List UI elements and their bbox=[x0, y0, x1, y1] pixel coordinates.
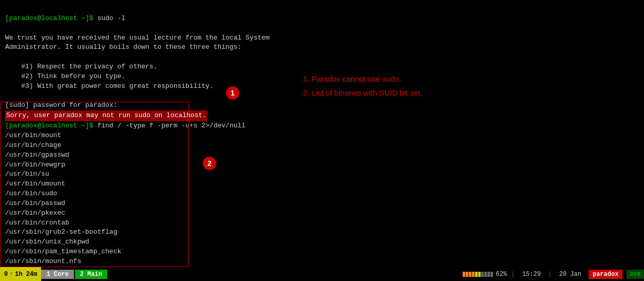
sudo-error-line: Sorry, user paradox may not run sudo on … bbox=[5, 110, 207, 121]
window-num: 0 bbox=[4, 271, 8, 278]
sudo-password-prompt: [sudo] password for paradox: bbox=[5, 101, 117, 109]
status-right-section: 62% | 15:29 | 20 Jan paradox ove bbox=[463, 270, 645, 279]
command-line-2: find / -type f -perm -u+s 2>/dev/null bbox=[93, 122, 245, 129]
battery-indicator: 62% bbox=[463, 271, 507, 278]
bar-6 bbox=[478, 272, 481, 277]
suid-4: /usr/bin/newgrp bbox=[5, 161, 65, 168]
suid-5: /usr/bin/su bbox=[5, 170, 49, 178]
prompt-line-2: [paradox@localhost ~]$ bbox=[5, 122, 93, 129]
up-arrow-icon: ↑ bbox=[10, 271, 13, 277]
tab-1-core[interactable]: 1 Core bbox=[41, 270, 73, 279]
sudo-rule-2: #2) Think before you type. bbox=[5, 72, 125, 80]
bar-3 bbox=[469, 272, 471, 277]
date-display: 20 Jan bbox=[556, 271, 584, 278]
suid-9: /usr/bin/pkexec bbox=[5, 209, 65, 217]
suid-12: /usr/sbin/unix_chkpwd bbox=[5, 238, 89, 246]
tab-2-main[interactable]: 2 Main bbox=[75, 270, 107, 279]
info-panel: 1. Paradox cannot use sudo. 2. List of b… bbox=[303, 72, 423, 100]
suid-8: /usr/bin/passwd bbox=[5, 199, 65, 207]
terminal-output: [paradox@localhost ~]$ sudo -l We trust … bbox=[5, 4, 639, 267]
bar-8 bbox=[484, 272, 487, 277]
bar-5 bbox=[475, 272, 478, 277]
suid-3: /usr/bin/gpasswd bbox=[5, 151, 69, 159]
bar-2 bbox=[466, 272, 468, 277]
suid-11: /usr/sbin/grub2-set-bootflag bbox=[5, 228, 117, 236]
suid-7: /usr/bin/sudo bbox=[5, 190, 57, 197]
suid-2: /usr/bin/chage bbox=[5, 141, 61, 149]
battery-bars bbox=[463, 272, 493, 277]
bar-10 bbox=[490, 272, 493, 277]
time-display: 15:29 bbox=[519, 271, 544, 278]
bar-4 bbox=[472, 272, 475, 277]
suid-14: /usr/sbin/mount.nfs bbox=[5, 257, 81, 265]
suid-10: /usr/bin/crontab bbox=[5, 219, 69, 227]
suid-13: /usr/sbin/pam_timestamp_check bbox=[5, 248, 121, 255]
battery-pct: 62% bbox=[496, 271, 507, 278]
separator-2: | bbox=[548, 270, 552, 278]
sudo-msg-1: We trust you have received the usual lec… bbox=[5, 34, 270, 42]
info-line-1: 1. Paradox cannot use sudo. bbox=[303, 72, 423, 86]
bar-9 bbox=[487, 272, 490, 277]
prompt-line-1: [paradox@localhost ~]$ bbox=[5, 14, 93, 22]
sudo-msg-2: Administrator. It usually boils down to … bbox=[5, 43, 241, 51]
suid-1: /usr/bin/mount bbox=[5, 132, 61, 139]
over-badge: ove bbox=[627, 270, 644, 279]
statusbar: 0 ↑ 1h 24m 1 Core 2 Main 62% bbox=[0, 267, 644, 281]
sudo-rule-1: #1) Respect the privacy of others. bbox=[5, 63, 157, 70]
command-line-1: sudo -l bbox=[93, 14, 125, 22]
user-badge: paradox bbox=[589, 270, 622, 279]
uptime: 1h 24m bbox=[15, 271, 37, 278]
window-number-badge: 0 ↑ 1h 24m bbox=[0, 267, 41, 281]
suid-6: /usr/bin/umount bbox=[5, 180, 65, 188]
bar-1 bbox=[463, 272, 465, 277]
bar-7 bbox=[481, 272, 484, 277]
sudo-rule-3: #3) With great power comes great respons… bbox=[5, 82, 214, 90]
terminal[interactable]: [paradox@localhost ~]$ sudo -l We trust … bbox=[0, 0, 644, 267]
info-line-2: 2. List of binaries with SUID bit set. bbox=[303, 86, 423, 100]
separator-1: | bbox=[511, 270, 515, 278]
annotation-bubble-2: 2 bbox=[203, 157, 216, 170]
annotation-bubble-1: 1 bbox=[226, 86, 239, 100]
